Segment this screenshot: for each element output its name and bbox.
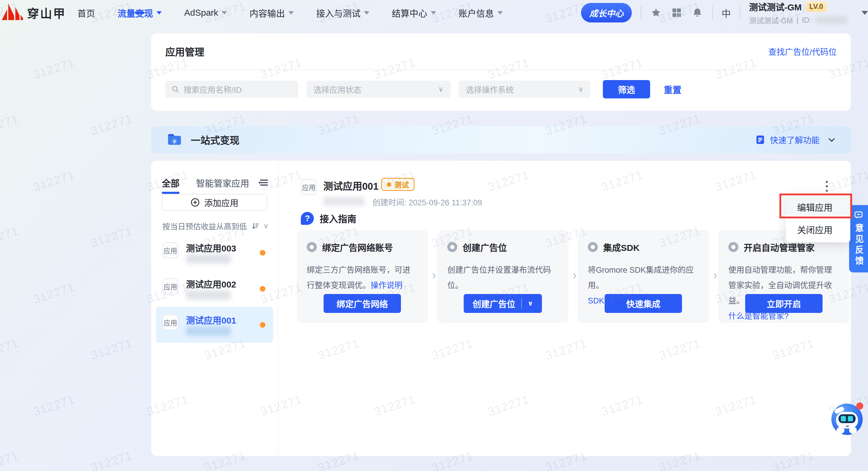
feedback-tab[interactable]: 意见反馈: [849, 205, 868, 272]
pangle-logo[interactable]: 穿山甲: [0, 3, 66, 23]
language-switch[interactable]: 中: [721, 6, 731, 20]
os-select[interactable]: 选择操作系统∨: [459, 81, 590, 98]
app-list-panel: 全部 智能管家应用 添加应用 按当日预估收益从高到低 ∨ 应用: [151, 161, 278, 456]
chevron-down-icon: [431, 11, 436, 14]
main-panel: 全部 智能管家应用 添加应用 按当日预估收益从高到低 ∨ 应用: [151, 161, 851, 456]
chevron-down-icon: ∨: [438, 85, 443, 93]
svg-text:¥: ¥: [173, 139, 176, 144]
guide-cards: 绑定广告网络账号 绑定三方广告网络账号，可进行整体变现调优。操作说明 绑定广告网…: [297, 230, 849, 323]
app-id-redacted: [186, 254, 231, 264]
bind-ad-network-button[interactable]: 绑定广告网络: [323, 294, 401, 313]
topbar-right: 成长中心 中 测试测试-GM LV.0 测试测试-GM | ID:: [581, 0, 868, 25]
pangle-logo-icon: [0, 3, 27, 23]
page-title: 应用管理: [165, 44, 204, 59]
app-list-item-003[interactable]: 应用 测试应用003: [156, 235, 273, 271]
app-id-redacted: [186, 326, 231, 336]
nav-item-integration-test[interactable]: 接入与测试: [305, 6, 380, 19]
app-actions-menu: 编辑应用 关闭应用: [786, 194, 850, 242]
sort-control[interactable]: 按当日预估收益从高到低 ∨: [162, 220, 269, 231]
banner-chevron-down-icon[interactable]: [827, 135, 836, 144]
step-icon: [728, 242, 738, 252]
operation-guide-link[interactable]: 操作说明: [371, 281, 402, 290]
main-nav: 首页 流量变现 AdSpark 内容输出 接入与测试 结算中心 账户信息: [66, 6, 514, 19]
chevron-down-icon: [497, 11, 503, 14]
guide-card-auto-manager: 开启自动管理管家 使用自动管理功能，帮你管理管家实验，全自动调优提升收益。 什么…: [718, 230, 849, 323]
app-badge: 应用: [162, 278, 178, 294]
tab-all[interactable]: 全部: [162, 176, 180, 189]
star-icon[interactable]: [650, 7, 662, 19]
status-dot: [260, 250, 266, 256]
step-icon: [588, 242, 598, 252]
search-icon: [171, 85, 180, 93]
more-actions-kebab-icon[interactable]: [820, 177, 833, 195]
app-status-select[interactable]: 选择应用状态∨: [306, 81, 451, 98]
chevron-down-icon: ∨: [264, 222, 269, 230]
reset-button[interactable]: 重置: [664, 83, 681, 96]
nav-item-settlement[interactable]: 结算中心: [380, 6, 447, 19]
chevron-down-icon: ∨: [528, 300, 533, 307]
chevron-down-icon[interactable]: [862, 11, 868, 15]
filter-button[interactable]: 筛选: [603, 80, 650, 98]
chevron-down-icon: [156, 11, 162, 14]
app-name: 测试应用001: [323, 178, 378, 193]
add-app-button[interactable]: 添加应用: [162, 194, 267, 211]
list-collapse-icon[interactable]: [257, 177, 269, 188]
nav-item-account-info[interactable]: 账户信息: [447, 6, 514, 19]
what-is-smart-manager-link[interactable]: 什么是智能管家?: [728, 312, 788, 321]
app-badge: 应用: [162, 315, 178, 330]
chevron-down-icon: [288, 11, 294, 14]
step-icon: [307, 242, 317, 252]
search-placeholder: 搜索应用名称/ID: [184, 84, 242, 95]
step-icon: [447, 242, 457, 252]
nav-item-monetization[interactable]: 流量变现: [106, 6, 173, 19]
top-bar: 穿山甲 首页 流量变现 AdSpark 内容输出 接入与测试 结算中心 账户信息…: [0, 0, 868, 25]
bell-icon[interactable]: [691, 7, 703, 19]
nav-item-adspark[interactable]: AdSpark: [173, 6, 238, 19]
assistant-robot-avatar[interactable]: [831, 404, 863, 435]
logo-text: 穿山甲: [27, 4, 66, 21]
nav-item-content-output[interactable]: 内容输出: [238, 6, 305, 19]
app-detail-panel: 应用 测试应用001 测试 创建时间: 2025-09-26 11:37:09 …: [278, 161, 851, 456]
app-id-redacted: [186, 290, 231, 300]
guide-card-integrate-sdk: 集成SDK 将Gromore SDK集成进你的应用。 SDK下载与接入文档 快速…: [578, 230, 709, 323]
find-placement-link[interactable]: 查找广告位/代码位: [768, 46, 837, 57]
sort-descending-icon: [251, 222, 259, 230]
folder-yen-icon: ¥: [166, 131, 183, 148]
quick-learn-link[interactable]: 快速了解功能: [755, 134, 819, 146]
feedback-label: 意见反馈: [852, 224, 865, 267]
apps-grid-icon[interactable]: [671, 7, 683, 19]
guide-card-create-placement: 创建广告位 创建广告位并设置瀑布流代码位。 创建广告位∨: [437, 230, 568, 323]
account-menu[interactable]: 测试测试-GM LV.0 测试测试-GM | ID:: [749, 0, 847, 25]
search-input[interactable]: 搜索应用名称/ID: [165, 81, 298, 98]
chevron-down-icon: [364, 11, 369, 14]
status-dot: [260, 322, 266, 328]
account-id-redacted: [815, 16, 847, 24]
app-badge: 应用: [162, 242, 178, 258]
growth-center-button[interactable]: 成长中心: [581, 3, 632, 23]
app-badge: 应用: [301, 179, 317, 195]
banner-title: 一站式变现: [191, 133, 240, 147]
test-status-badge: 测试: [381, 178, 414, 191]
divider: [712, 6, 713, 19]
nav-item-home[interactable]: 首页: [66, 6, 106, 19]
menu-item-edit-app[interactable]: 编辑应用: [786, 196, 850, 218]
tab-smart-manager-apps[interactable]: 智能管家应用: [196, 176, 249, 189]
app-management-card: 应用管理 查找广告位/代码位 搜索应用名称/ID 选择应用状态∨ 选择操作系统∨…: [151, 33, 851, 111]
divider: [740, 6, 740, 19]
help-question-icon: ?: [301, 212, 314, 225]
status-dot: [387, 182, 391, 187]
guide-section-title: 接入指南: [320, 212, 356, 225]
create-placement-button[interactable]: 创建广告位∨: [464, 294, 542, 313]
app-id-redacted: [323, 197, 365, 206]
enable-now-button[interactable]: 立即开启: [745, 294, 823, 313]
status-dot: [260, 286, 266, 292]
app-list-tabs: 全部 智能管家应用: [162, 176, 269, 189]
app-list-item-002[interactable]: 应用 测试应用002: [156, 271, 273, 307]
quick-integrate-button[interactable]: 快速集成: [604, 294, 682, 313]
app-list-item-001[interactable]: 应用 测试应用001: [156, 307, 273, 343]
divider: [641, 6, 641, 19]
separator: |: [797, 16, 799, 25]
chevron-down-icon: ∨: [578, 85, 583, 93]
chevron-down-icon: [222, 11, 227, 14]
menu-item-close-app[interactable]: 关闭应用: [786, 218, 850, 240]
